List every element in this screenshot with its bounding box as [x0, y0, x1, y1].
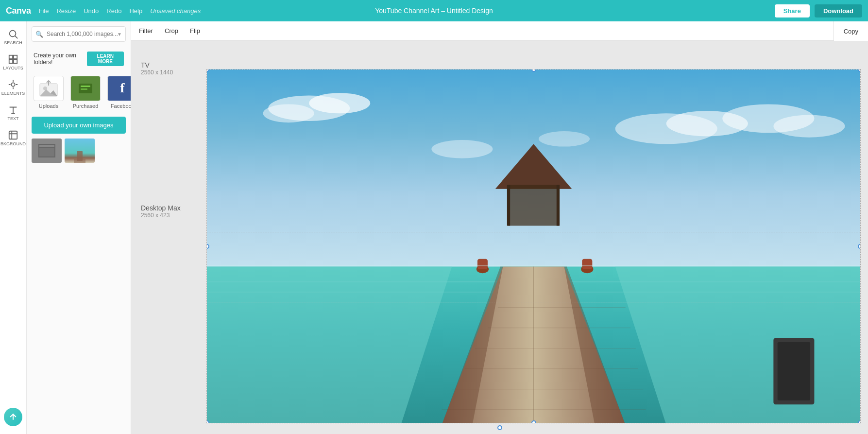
folders-section: Create your own folders! LEARN MORE	[32, 48, 126, 70]
folders-text: Create your own folders!	[34, 52, 87, 66]
sidebar-item-search[interactable]: SEARCH	[1, 25, 25, 49]
search-dropdown-icon[interactable]: ▼	[117, 32, 122, 37]
top-bar: Canva File Resize Undo Redo Help Unsaved…	[0, 0, 868, 21]
topbar-left: Canva File Resize Undo Redo Help Unsaved…	[6, 6, 201, 16]
thumbnail-1[interactable]	[32, 139, 62, 163]
svg-text:f: f	[120, 80, 125, 95]
svg-point-28	[773, 115, 845, 137]
uploads-label: Uploads	[39, 103, 58, 109]
sidebar-item-label-search: SEARCH	[4, 40, 22, 45]
svg-rect-4	[9, 60, 13, 63]
download-button[interactable]: Download	[815, 4, 862, 17]
layouts-icon	[8, 54, 18, 65]
handle-br[interactable]	[858, 420, 861, 423]
filter-button[interactable]: Filter	[139, 27, 153, 35]
design-title: YouTube Channel Art – Untitled Design	[375, 7, 493, 15]
purchased-label: Purchased	[73, 103, 99, 109]
sidebar-item-elements[interactable]: ELEMENTS	[1, 76, 25, 99]
canvas-area: TV 2560 x 1440 Desktop Max 2560 x 423	[131, 41, 868, 434]
desktop-size: 2560 x 423	[141, 212, 181, 219]
source-uploads[interactable]: Uploads	[32, 74, 66, 111]
desktop-zone-label: Desktop Max 2560 x 423	[141, 204, 181, 219]
svg-point-30	[539, 131, 590, 147]
svg-point-29	[431, 140, 493, 158]
upload-arrow-icon	[8, 412, 18, 422]
svg-rect-20	[39, 148, 54, 156]
upload-circle-button[interactable]	[4, 408, 22, 426]
menu-redo[interactable]: Redo	[106, 7, 121, 15]
svg-point-0	[10, 31, 16, 37]
search-input[interactable]	[32, 26, 126, 42]
text-icon	[8, 104, 18, 115]
search-icon-left: 🔍	[35, 31, 43, 38]
svg-rect-15	[81, 88, 87, 90]
upload-button[interactable]: Upload your own images	[32, 117, 126, 134]
svg-rect-43	[508, 185, 559, 226]
sidebar-item-layouts[interactable]: LAYOUTS	[1, 51, 25, 74]
beach-scene	[207, 69, 860, 423]
menu-resize[interactable]: Resize	[56, 7, 76, 15]
svg-point-24	[263, 104, 314, 122]
svg-rect-19	[39, 145, 54, 147]
topbar-right: Share Download	[775, 4, 862, 17]
facebook-thumb-icon: f	[113, 80, 131, 97]
source-facebook[interactable]: f Facebook	[105, 74, 131, 111]
thumbnail-2[interactable]	[65, 139, 95, 163]
sidebar-item-text[interactable]: TEXT	[1, 101, 25, 124]
tv-zone-label: TV 2560 x 1440	[141, 61, 173, 76]
svg-rect-2	[9, 55, 13, 59]
icon-sidebar: SEARCH LAYOUTS ELEMENTS TEXT BKGROUND	[0, 21, 27, 434]
sidebar-item-label-background: BKGROUND	[0, 141, 26, 146]
svg-line-1	[15, 36, 17, 38]
copy-button[interactable]: Copy	[834, 21, 868, 41]
svg-rect-49	[582, 259, 592, 269]
facebook-label: Facebook	[111, 103, 131, 109]
desktop-label: Desktop Max	[141, 204, 181, 212]
svg-rect-5	[14, 60, 17, 63]
left-panel: 🔍 ▼ Create your own folders! LEARN MORE …	[27, 21, 131, 434]
canva-logo[interactable]: Canva	[6, 6, 31, 16]
thumbnail-1-icon	[38, 144, 55, 157]
handle-mr[interactable]	[858, 244, 861, 249]
sidebar-item-label-layouts: LAYOUTS	[3, 66, 23, 70]
handle-bm[interactable]	[531, 420, 536, 423]
desktop-zone-line-bottom	[207, 302, 860, 302]
desktop-zone-line-top	[207, 232, 860, 232]
menu-help[interactable]: Help	[129, 7, 142, 15]
menu-undo[interactable]: Undo	[84, 7, 99, 15]
uploaded-thumbnails	[32, 139, 126, 163]
purchased-thumb-box	[70, 76, 101, 101]
canvas-image-container[interactable]	[206, 69, 861, 423]
elements-icon	[8, 79, 18, 90]
svg-point-23	[309, 93, 370, 113]
tv-label: TV	[141, 61, 173, 69]
sidebar-item-label-elements: ELEMENTS	[1, 91, 25, 96]
flip-button[interactable]: Flip	[190, 27, 200, 35]
uploads-thumb-icon	[39, 80, 58, 97]
search-icon	[8, 29, 18, 39]
purchased-thumb-icon	[76, 80, 95, 97]
secondary-toolbar: Filter Crop Flip	[131, 21, 868, 41]
menu-file[interactable]: File	[39, 7, 49, 15]
share-button[interactable]: Share	[775, 4, 810, 17]
handle-rotate[interactable]	[497, 425, 502, 430]
svg-rect-14	[81, 86, 90, 87]
svg-rect-47	[477, 259, 488, 269]
uploads-thumb-box	[34, 76, 64, 101]
background-icon	[8, 130, 18, 140]
svg-rect-44	[507, 185, 510, 226]
svg-rect-7	[9, 131, 17, 139]
svg-rect-3	[14, 55, 17, 59]
svg-rect-45	[557, 185, 560, 226]
facebook-thumb-box: f	[107, 76, 131, 101]
unsaved-indicator: Unsaved changes	[150, 7, 201, 15]
crop-button[interactable]: Crop	[165, 27, 178, 35]
sidebar-item-background[interactable]: BKGROUND	[1, 126, 25, 150]
source-purchased[interactable]: Purchased	[68, 74, 102, 111]
source-grid: Uploads Purchased f Facebook	[32, 74, 126, 111]
search-container: 🔍 ▼	[32, 26, 126, 42]
learn-more-button[interactable]: LEARN MORE	[87, 52, 124, 66]
svg-point-6	[11, 83, 15, 86]
svg-rect-51	[778, 342, 810, 400]
sidebar-item-label-text: TEXT	[7, 116, 18, 121]
